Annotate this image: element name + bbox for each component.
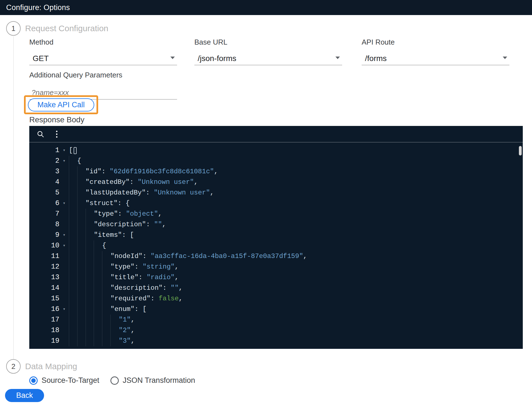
line-number: 5 xyxy=(29,188,59,198)
indent-guide xyxy=(102,262,110,272)
indent-guide xyxy=(77,240,86,251)
code-text: "type": "string", xyxy=(69,262,179,272)
back-button[interactable]: Back xyxy=(5,389,44,402)
indent-guide xyxy=(77,325,86,336)
code-line: 8"description": "", xyxy=(29,219,523,230)
fold-spacer xyxy=(59,336,69,346)
code-text: { xyxy=(69,240,106,251)
code-line: 12"type": "string", xyxy=(29,262,523,272)
indent-guide xyxy=(94,283,102,293)
fold-spacer xyxy=(59,251,69,262)
indent-guide xyxy=(69,315,77,325)
code-line: 3"id": "62d6f1916bc3fc8d8c61081c", xyxy=(29,166,523,177)
method-select-value: GET xyxy=(29,54,49,63)
radio-json-transformation-label: JSON Transformation xyxy=(123,376,195,385)
indent-guide xyxy=(94,251,102,262)
make-api-call-button[interactable]: Make API Call xyxy=(28,98,94,111)
indent-guide xyxy=(69,304,77,315)
code-line: 4"createdBy": "Unknown user", xyxy=(29,177,523,188)
fold-toggle-icon[interactable]: ▾ xyxy=(59,240,69,251)
indent-guide xyxy=(86,219,94,230)
code-text: "2", xyxy=(69,325,135,336)
indent-guide xyxy=(69,293,77,304)
bracket-match-cursor xyxy=(74,147,77,154)
indent-guide xyxy=(102,251,110,262)
indent-guide xyxy=(69,188,77,198)
code-line: 16▾"enum": [ xyxy=(29,304,523,315)
fold-toggle-icon[interactable]: ▾ xyxy=(59,304,69,315)
fold-toggle-icon[interactable]: ▾ xyxy=(59,156,69,166)
fold-toggle-icon[interactable]: ▾ xyxy=(59,145,69,156)
indent-guide xyxy=(94,304,102,315)
code-text: "createdBy": "Unknown user", xyxy=(69,177,198,188)
indent-guide xyxy=(77,198,86,209)
indent-guide xyxy=(77,251,86,262)
line-number: 18 xyxy=(29,325,59,336)
indent-guide xyxy=(77,293,86,304)
query-params-label: Additional Query Parameters xyxy=(29,71,177,79)
code-line: 11"nodeId": "aa3cffac-16da-4ba0-a15f-87e… xyxy=(29,251,523,262)
line-number: 12 xyxy=(29,262,59,272)
radio-source-to-target-label: Source-To-Target xyxy=(42,376,99,385)
mapping-mode-radio-group: Source-To-Target JSON Transformation xyxy=(29,376,195,385)
indent-guide xyxy=(102,315,110,325)
indent-guide xyxy=(86,272,94,283)
code-line: 10▾{ xyxy=(29,240,523,251)
indent-guide xyxy=(94,315,102,325)
indent-guide xyxy=(102,283,110,293)
fold-spacer xyxy=(59,166,69,177)
editor-scrollbar-thumb[interactable] xyxy=(519,146,522,155)
indent-guide xyxy=(69,325,77,336)
code-area: 1▾[2▾{3"id": "62d6f1916bc3fc8d8c61081c",… xyxy=(29,142,523,346)
code-line: 1▾[ xyxy=(29,145,523,156)
code-text: "items": [ xyxy=(69,230,134,240)
code-line: 9▾"items": [ xyxy=(29,230,523,240)
code-text: [ xyxy=(69,145,77,156)
radio-source-to-target[interactable]: Source-To-Target xyxy=(29,376,99,385)
indent-guide xyxy=(77,209,86,219)
api-route-select[interactable]: /forms xyxy=(362,52,509,65)
fold-toggle-icon[interactable]: ▾ xyxy=(59,230,69,240)
response-body-editor: 1▾[2▾{3"id": "62d6f1916bc3fc8d8c61081c",… xyxy=(29,126,523,349)
indent-guide xyxy=(69,262,77,272)
title-bar: Configure: Options xyxy=(0,0,532,15)
indent-guide xyxy=(102,304,110,315)
indent-guide xyxy=(77,304,86,315)
kebab-menu-icon[interactable] xyxy=(54,130,60,139)
line-number: 6 xyxy=(29,198,59,209)
code-line: 6▾"struct": { xyxy=(29,198,523,209)
base-url-select[interactable]: /json-forms xyxy=(194,52,342,65)
method-select[interactable]: GET xyxy=(29,52,177,65)
line-number: 1 xyxy=(29,145,59,156)
line-number: 10 xyxy=(29,240,59,251)
step-2-header: 2 Data Mapping xyxy=(6,359,77,374)
indent-guide xyxy=(86,240,94,251)
indent-guide xyxy=(102,325,110,336)
indent-guide xyxy=(110,325,119,336)
step-1-title: Request Configuration xyxy=(25,24,108,33)
line-number: 19 xyxy=(29,336,59,346)
chevron-down-icon xyxy=(170,57,175,59)
radio-json-transformation[interactable]: JSON Transformation xyxy=(110,376,195,385)
indent-guide xyxy=(102,293,110,304)
indent-guide xyxy=(86,325,94,336)
indent-guide xyxy=(94,262,102,272)
fold-spacer xyxy=(59,177,69,188)
indent-guide xyxy=(69,251,77,262)
indent-guide xyxy=(69,219,77,230)
indent-guide xyxy=(69,156,77,166)
code-text: "type": "object", xyxy=(69,209,162,219)
indent-guide xyxy=(94,336,102,346)
fold-toggle-icon[interactable]: ▾ xyxy=(59,198,69,209)
line-number: 17 xyxy=(29,315,59,325)
indent-guide xyxy=(86,230,94,240)
radio-button-icon xyxy=(29,376,38,385)
code-text: "title": "radio", xyxy=(69,272,179,283)
indent-guide xyxy=(69,230,77,240)
search-icon[interactable] xyxy=(37,130,44,138)
base-url-label: Base URL xyxy=(194,38,342,47)
fold-spacer xyxy=(59,325,69,336)
indent-guide xyxy=(69,166,77,177)
line-number: 4 xyxy=(29,177,59,188)
indent-guide xyxy=(86,304,94,315)
